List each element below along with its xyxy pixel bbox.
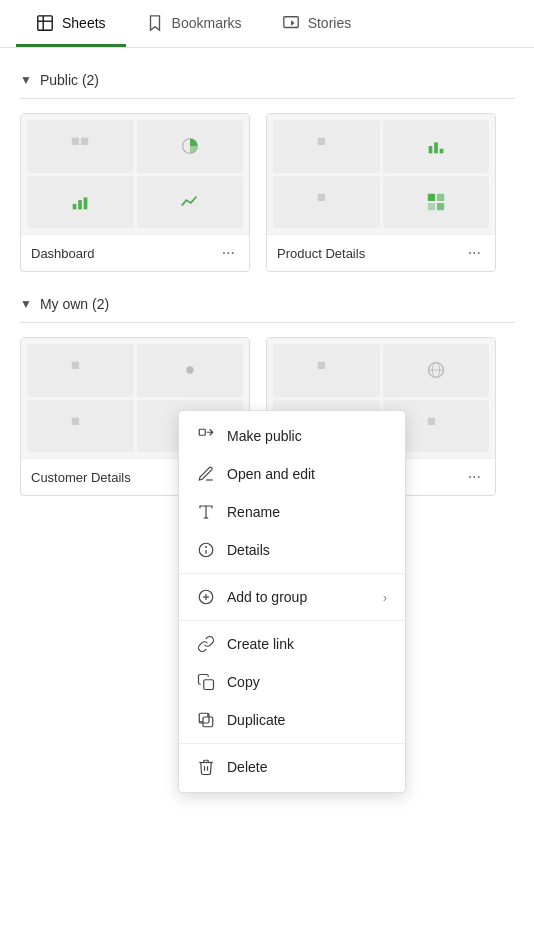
thumb-icon-loc1	[315, 359, 337, 381]
add-group-icon	[197, 588, 215, 606]
svg-rect-6	[81, 138, 88, 145]
make-public-icon	[197, 427, 215, 445]
card-product-details-thumbnail	[267, 114, 495, 234]
delete-icon	[197, 758, 215, 776]
rename-icon	[197, 503, 215, 521]
thumb-cell-pd-1	[273, 120, 380, 173]
svg-rect-19	[437, 203, 444, 210]
svg-point-21	[186, 367, 193, 374]
svg-rect-18	[428, 203, 435, 210]
thumb-cell-2	[137, 120, 244, 173]
menu-item-rename[interactable]: Rename	[179, 493, 405, 531]
thumb-icon-treemap	[425, 191, 447, 213]
copy-icon	[197, 673, 215, 691]
menu-divider-2	[179, 620, 405, 621]
svg-rect-10	[84, 197, 88, 209]
menu-item-open-edit-label: Open and edit	[227, 466, 387, 482]
sheets-icon	[36, 14, 54, 32]
top-navigation: Sheets Bookmarks Stories	[0, 0, 534, 48]
stories-icon	[282, 14, 300, 32]
myown-section-header: ▼ My own (2)	[20, 296, 514, 323]
thumb-icon-bar2	[425, 135, 447, 157]
menu-item-create-link-label: Create link	[227, 636, 387, 652]
menu-item-make-public-label: Make public	[227, 428, 387, 444]
svg-rect-9	[78, 200, 82, 209]
menu-item-details-label: Details	[227, 542, 387, 558]
menu-item-copy-label: Copy	[227, 674, 387, 690]
card-customer-details-title: Customer Details	[31, 470, 131, 485]
tab-sheets[interactable]: Sheets	[16, 0, 126, 47]
menu-item-delete[interactable]: Delete	[179, 748, 405, 786]
card-dashboard-title: Dashboard	[31, 246, 95, 261]
thumb-icon-pie	[179, 135, 201, 157]
svg-rect-8	[73, 204, 77, 210]
myown-section-label: My own (2)	[40, 296, 109, 312]
thumb-icon-line	[179, 191, 201, 213]
svg-rect-11	[318, 138, 325, 145]
svg-rect-38	[204, 680, 214, 690]
menu-item-details[interactable]: Details	[179, 531, 405, 569]
link-icon	[197, 635, 215, 653]
thumb-icon-loc4	[425, 415, 447, 437]
menu-item-add-to-group-label: Add to group	[227, 589, 371, 605]
card-product-details-title: Product Details	[277, 246, 365, 261]
card-location-more-button[interactable]: ···	[464, 467, 485, 487]
info-icon	[197, 541, 215, 559]
svg-marker-4	[291, 20, 295, 25]
thumb-cell-pd-2	[383, 120, 490, 173]
tab-stories[interactable]: Stories	[262, 0, 372, 47]
svg-rect-31	[199, 429, 205, 435]
menu-item-add-to-group[interactable]: Add to group ›	[179, 578, 405, 616]
thumb-cell-loc-1	[273, 344, 380, 397]
card-dashboard[interactable]: Dashboard ···	[20, 113, 250, 272]
svg-rect-25	[318, 362, 325, 369]
thumb-cell-1	[27, 120, 134, 173]
svg-rect-5	[72, 138, 79, 145]
svg-rect-16	[428, 194, 435, 201]
context-menu: Make public Open and edit Rename Details	[178, 410, 406, 793]
svg-rect-22	[72, 418, 79, 425]
tab-sheets-label: Sheets	[62, 15, 106, 31]
svg-rect-15	[318, 194, 325, 201]
menu-divider-1	[179, 573, 405, 574]
card-product-details-more-button[interactable]: ···	[464, 243, 485, 263]
thumb-icon-globe	[425, 359, 447, 381]
card-dashboard-more-button[interactable]: ···	[218, 243, 239, 263]
thumb-icon-cd3	[69, 415, 91, 437]
menu-item-make-public[interactable]: Make public	[179, 417, 405, 455]
svg-rect-20	[72, 362, 79, 369]
add-to-group-arrow-icon: ›	[383, 590, 387, 605]
thumb-icon-sheet3	[315, 191, 337, 213]
tab-bookmarks[interactable]: Bookmarks	[126, 0, 262, 47]
menu-item-rename-label: Rename	[227, 504, 387, 520]
thumb-cell-cd-2	[137, 344, 244, 397]
thumb-cell-pd-3	[273, 176, 380, 229]
svg-rect-12	[428, 146, 432, 153]
thumb-cell-loc-2	[383, 344, 490, 397]
thumb-cell-3	[27, 176, 134, 229]
svg-rect-17	[437, 194, 444, 201]
menu-item-duplicate-label: Duplicate	[227, 712, 387, 728]
svg-rect-30	[428, 418, 435, 425]
thumb-cell-cd-1	[27, 344, 134, 397]
menu-divider-3	[179, 743, 405, 744]
menu-item-open-edit[interactable]: Open and edit	[179, 455, 405, 493]
menu-item-copy[interactable]: Copy	[179, 663, 405, 701]
menu-item-create-link[interactable]: Create link	[179, 625, 405, 663]
card-product-details[interactable]: Product Details ···	[266, 113, 496, 272]
thumb-cell-4	[137, 176, 244, 229]
duplicate-icon	[197, 711, 215, 729]
thumb-cell-pd-4	[383, 176, 490, 229]
thumb-icon-bar	[69, 191, 91, 213]
svg-rect-39	[203, 717, 213, 727]
thumb-icon-sheet2	[315, 135, 337, 157]
menu-item-duplicate[interactable]: Duplicate	[179, 701, 405, 739]
menu-item-delete-label: Delete	[227, 759, 387, 775]
svg-rect-0	[38, 16, 52, 30]
thumb-icon-sheet	[69, 135, 91, 157]
card-dashboard-footer: Dashboard ···	[21, 234, 249, 271]
card-product-details-footer: Product Details ···	[267, 234, 495, 271]
svg-rect-13	[434, 143, 438, 154]
public-cards-grid: Dashboard ···	[20, 113, 514, 272]
bookmarks-icon	[146, 14, 164, 32]
